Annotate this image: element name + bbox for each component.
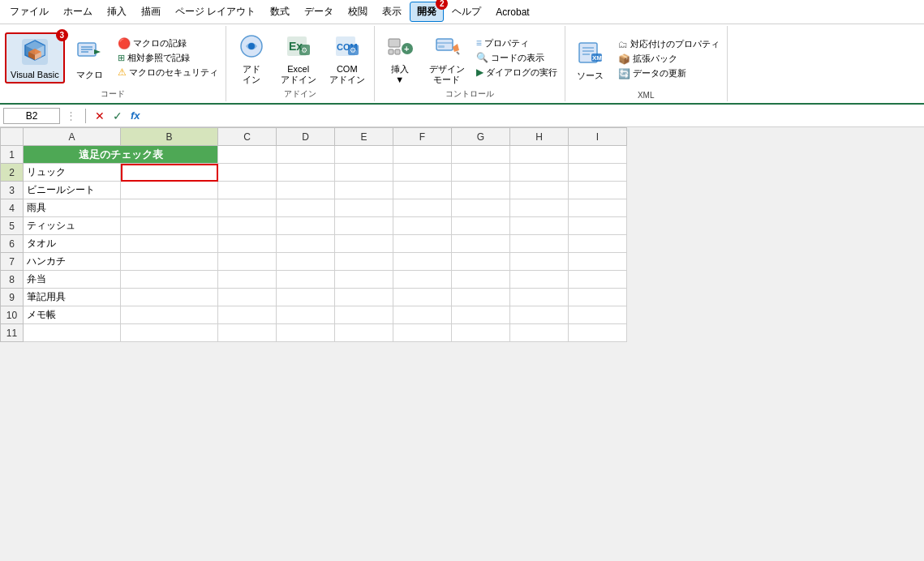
cell-A8[interactable]: 弁当 [24, 271, 121, 289]
cell-reference-box[interactable] [3, 108, 60, 124]
menu-developer[interactable]: 2 開発 [410, 2, 444, 22]
cell-G11[interactable] [452, 324, 510, 342]
cell-I8[interactable] [569, 271, 627, 289]
cell-B8[interactable] [121, 271, 218, 289]
cell-B4[interactable] [121, 199, 218, 217]
cell-E2[interactable] [335, 164, 393, 182]
cell-C7[interactable] [218, 253, 277, 271]
cell-A4[interactable]: 雨具 [24, 199, 121, 217]
cell-H3[interactable] [510, 182, 569, 199]
cell-G1[interactable] [452, 146, 510, 164]
menu-insert[interactable]: 挿入 [101, 2, 133, 21]
row-header-7[interactable]: 7 [1, 253, 24, 271]
cell-F6[interactable] [393, 235, 452, 253]
cell-A7[interactable]: ハンカチ [24, 253, 121, 271]
col-header-F[interactable]: F [393, 128, 452, 146]
source-button[interactable]: XML ソース [570, 35, 611, 83]
cell-G9[interactable] [452, 289, 510, 306]
col-header-B[interactable]: B [121, 128, 218, 146]
row-header-2[interactable]: 2 [1, 164, 24, 182]
cell-C10[interactable] [218, 306, 277, 324]
col-header-A[interactable]: A [24, 128, 121, 146]
col-header-H[interactable]: H [510, 128, 569, 146]
cell-C2[interactable] [218, 164, 277, 182]
cell-E7[interactable] [335, 253, 393, 271]
excel-addin-button[interactable]: Ex ⚙ Excelアドイン [277, 28, 320, 87]
expand-pack-button[interactable]: 📦 拡張パック [616, 52, 722, 66]
cell-I9[interactable] [569, 289, 627, 306]
cell-I5[interactable] [569, 217, 627, 235]
cell-A5[interactable]: ティッシュ [24, 217, 121, 235]
cell-F8[interactable] [393, 271, 452, 289]
cell-A2[interactable]: リュック [24, 164, 121, 182]
cell-I3[interactable] [569, 182, 627, 199]
macro-button[interactable]: マクロ [70, 34, 110, 82]
cell-A6[interactable]: タオル [24, 235, 121, 253]
cell-F10[interactable] [393, 306, 452, 324]
col-header-E[interactable]: E [335, 128, 393, 146]
cell-B9[interactable] [121, 289, 218, 306]
cell-D5[interactable] [277, 217, 335, 235]
cell-I1[interactable] [569, 146, 627, 164]
cell-E6[interactable] [335, 235, 393, 253]
cell-I4[interactable] [569, 199, 627, 217]
row-header-5[interactable]: 5 [1, 217, 24, 235]
cell-H2[interactable] [510, 164, 569, 182]
cell-E9[interactable] [335, 289, 393, 306]
cell-F11[interactable] [393, 324, 452, 342]
cell-D2[interactable] [277, 164, 335, 182]
cell-C11[interactable] [218, 324, 277, 342]
cell-H11[interactable] [510, 324, 569, 342]
cell-G8[interactable] [452, 271, 510, 289]
cell-H10[interactable] [510, 306, 569, 324]
menu-draw[interactable]: 描画 [135, 2, 167, 21]
menu-formulas[interactable]: 数式 [264, 2, 296, 21]
cell-I2[interactable] [569, 164, 627, 182]
cell-E4[interactable] [335, 199, 393, 217]
cell-A9[interactable]: 筆記用具 [24, 289, 121, 306]
cell-B2[interactable] [121, 164, 218, 182]
row-header-6[interactable]: 6 [1, 235, 24, 253]
map-property-button[interactable]: 🗂 対応付けのプロパティ [616, 37, 722, 51]
cell-C9[interactable] [218, 289, 277, 306]
cell-H7[interactable] [510, 253, 569, 271]
cell-I7[interactable] [569, 253, 627, 271]
menu-file[interactable]: ファイル [3, 2, 55, 21]
row-header-9[interactable]: 9 [1, 289, 24, 306]
cell-B5[interactable] [121, 217, 218, 235]
row-header-4[interactable]: 4 [1, 199, 24, 217]
cell-D3[interactable] [277, 182, 335, 199]
menu-review[interactable]: 校閲 [342, 2, 374, 21]
cell-A11[interactable] [24, 324, 121, 342]
menu-page-layout[interactable]: ページ レイアウト [169, 2, 262, 21]
cell-H8[interactable] [510, 271, 569, 289]
cell-H6[interactable] [510, 235, 569, 253]
menu-view[interactable]: 表示 [376, 2, 408, 21]
cell-E1[interactable] [335, 146, 393, 164]
row-header-8[interactable]: 8 [1, 271, 24, 289]
row-header-3[interactable]: 3 [1, 182, 24, 199]
relative-record-button[interactable]: ⊞ 相対参照で記録 [115, 51, 221, 65]
run-dialog-button[interactable]: ▶ ダイアログの実行 [474, 66, 560, 79]
cell-B11[interactable] [121, 324, 218, 342]
col-header-I[interactable]: I [569, 128, 627, 146]
confirm-formula-button[interactable]: ✓ [110, 109, 125, 123]
cell-E5[interactable] [335, 217, 393, 235]
cell-F9[interactable] [393, 289, 452, 306]
cell-G7[interactable] [452, 253, 510, 271]
formula-input[interactable] [146, 109, 921, 123]
cancel-formula-button[interactable]: ✕ [92, 109, 107, 123]
cell-D10[interactable] [277, 306, 335, 324]
col-header-G[interactable]: G [452, 128, 510, 146]
row-header-11[interactable]: 11 [1, 324, 24, 342]
cell-C4[interactable] [218, 199, 277, 217]
cell-D7[interactable] [277, 253, 335, 271]
cell-E11[interactable] [335, 324, 393, 342]
col-header-D[interactable]: D [277, 128, 335, 146]
cell-C5[interactable] [218, 217, 277, 235]
cell-B6[interactable] [121, 235, 218, 253]
cell-D9[interactable] [277, 289, 335, 306]
row-header-1[interactable]: 1 [1, 146, 24, 164]
cell-I6[interactable] [569, 235, 627, 253]
cell-E10[interactable] [335, 306, 393, 324]
